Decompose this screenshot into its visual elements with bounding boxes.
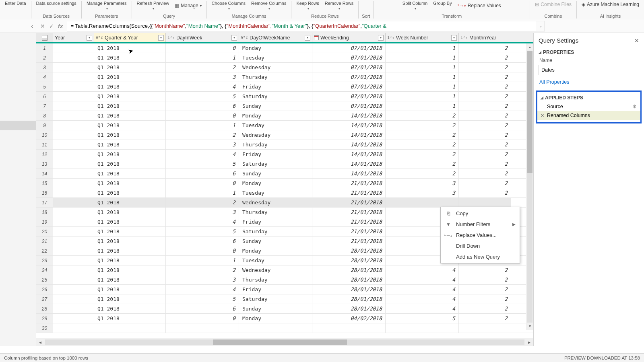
cell[interactable]: 21/01/2018 (312, 237, 386, 246)
filter-dropdown-icon[interactable]: ▾ (451, 35, 457, 41)
formula-cancel-icon[interactable]: ✕ (40, 23, 45, 29)
cell[interactable]: 4 (386, 265, 459, 275)
cell[interactable]: 2 (459, 265, 511, 275)
row-number[interactable]: 9 (36, 121, 53, 130)
cell[interactable] (53, 53, 94, 62)
cell[interactable]: 28/01/2018 (312, 304, 386, 313)
row-number[interactable]: 21 (36, 237, 53, 246)
cell[interactable]: 28/01/2018 (312, 275, 386, 284)
cell[interactable]: 1 (386, 63, 459, 72)
cell[interactable]: Q1 2018 (94, 285, 166, 294)
cell[interactable]: 2 (459, 275, 511, 284)
cell[interactable]: Saturday (239, 294, 312, 304)
cell[interactable]: Q1 2018 (94, 275, 166, 284)
scroll-up-icon[interactable]: ▴ (526, 43, 533, 51)
table-row[interactable]: 3Q1 20182Wednesday07/01/201812 (36, 63, 533, 72)
cell[interactable]: 21/01/2018 (312, 198, 386, 207)
cell[interactable] (94, 323, 166, 333)
fx-icon[interactable]: fx (58, 23, 63, 29)
cell[interactable] (53, 304, 94, 313)
cell[interactable]: 2 (459, 140, 511, 149)
cell[interactable]: 0 (166, 111, 239, 120)
table-row[interactable]: 2Q1 20181Tuesday07/01/201812 (36, 53, 533, 63)
cell[interactable]: 0 (166, 246, 239, 255)
cell[interactable]: 3 (166, 208, 239, 217)
cell[interactable]: Q1 2018 (94, 246, 166, 255)
cell[interactable]: Q1 2018 (94, 159, 166, 169)
queries-collapse-button[interactable]: ‹ (0, 23, 36, 29)
scroll-thumb[interactable] (213, 339, 347, 345)
context-copy[interactable]: ⎘Copy (441, 208, 520, 219)
cell[interactable]: Tuesday (239, 188, 312, 197)
cell[interactable]: 3 (166, 72, 239, 82)
cell[interactable]: 2 (459, 92, 511, 101)
cell[interactable]: 1 (386, 92, 459, 101)
cell[interactable]: 1 (166, 256, 239, 265)
scroll-thumb[interactable] (527, 51, 533, 173)
table-row[interactable]: 26Q1 20184Friday28/01/201842 (36, 285, 533, 294)
filter-dropdown-icon[interactable]: ▾ (378, 35, 384, 41)
gear-icon[interactable]: ✻ (632, 104, 636, 109)
refresh-preview-button[interactable]: Refresh Preview (135, 1, 171, 11)
row-number[interactable]: 28 (36, 304, 53, 313)
row-number[interactable]: 20 (36, 227, 53, 236)
row-number[interactable]: 3 (36, 63, 53, 72)
table-row[interactable]: 12Q1 20184Friday14/01/201822 (36, 150, 533, 159)
cell[interactable]: 2 (459, 121, 511, 130)
azure-ml-button[interactable]: ◈Azure Machine Learning (580, 1, 641, 8)
cell[interactable]: 0 (166, 314, 239, 323)
cell[interactable] (53, 265, 94, 275)
cell[interactable]: 14/01/2018 (312, 169, 386, 178)
cell[interactable]: 2 (459, 111, 511, 120)
row-number[interactable]: 22 (36, 246, 53, 255)
cell[interactable]: Wednesday (239, 265, 312, 275)
cell[interactable]: 14/01/2018 (312, 121, 386, 130)
cell[interactable] (459, 198, 511, 207)
cell[interactable]: 28/01/2018 (312, 265, 386, 275)
data-source-settings-button[interactable]: Data source settings (35, 1, 78, 6)
cell[interactable] (53, 130, 94, 140)
cell[interactable]: 14/01/2018 (312, 159, 386, 169)
table-row[interactable]: 29Q1 20180Monday04/02/201852 (36, 314, 533, 323)
formula-input[interactable]: = Table.RenameColumns(Source,{{"MonthNam… (67, 21, 536, 31)
cell[interactable]: 3 (166, 140, 239, 149)
cell[interactable]: 2 (386, 169, 459, 178)
cell[interactable] (53, 63, 94, 72)
cell[interactable] (53, 217, 94, 226)
step-renamed-columns[interactable]: ✕ Renamed Columns (537, 111, 640, 120)
column-header-weeknumber[interactable]: 1²₃Week Number▾ (386, 33, 459, 42)
cell[interactable]: Sunday (239, 237, 312, 246)
cell[interactable]: 21/01/2018 (312, 179, 386, 188)
cell[interactable]: Friday (239, 150, 312, 159)
column-header-monthnyear[interactable]: 1²₃MonthnYear (459, 33, 511, 42)
cell[interactable] (53, 159, 94, 169)
cell[interactable] (53, 208, 94, 217)
cell[interactable]: Q1 2018 (94, 53, 166, 62)
cell[interactable]: Friday (239, 82, 312, 91)
cell[interactable]: Thursday (239, 275, 312, 284)
table-row[interactable]: 30 (36, 323, 533, 333)
cell[interactable]: Thursday (239, 72, 312, 82)
row-number[interactable]: 16 (36, 188, 53, 197)
table-row[interactable]: 13Q1 20185Saturday14/01/201822 (36, 159, 533, 169)
cell[interactable]: 4 (166, 217, 239, 226)
cell[interactable]: Q1 2018 (94, 265, 166, 275)
row-number[interactable]: 30 (36, 323, 53, 333)
cell[interactable]: 2 (166, 198, 239, 207)
cell[interactable]: Q1 2018 (94, 198, 166, 207)
column-header-year[interactable]: Year▾ (53, 33, 94, 42)
cell[interactable]: 2 (459, 72, 511, 82)
cell[interactable]: Monday (239, 43, 312, 53)
cell[interactable]: 6 (166, 169, 239, 178)
cell[interactable]: Q1 2018 (94, 101, 166, 111)
row-number[interactable]: 11 (36, 140, 53, 149)
cell[interactable]: Q1 2018 (94, 227, 166, 236)
filter-dropdown-icon[interactable]: ▾ (231, 35, 237, 41)
cell[interactable]: 1 (386, 101, 459, 111)
cell[interactable]: Q1 2018 (94, 82, 166, 91)
keep-rows-button[interactable]: Keep Rows (295, 1, 320, 11)
table-row[interactable]: 11Q1 20183Thursday14/01/201822 (36, 140, 533, 150)
cell[interactable]: 2 (386, 140, 459, 149)
cell[interactable] (53, 285, 94, 294)
cell[interactable] (53, 314, 94, 323)
